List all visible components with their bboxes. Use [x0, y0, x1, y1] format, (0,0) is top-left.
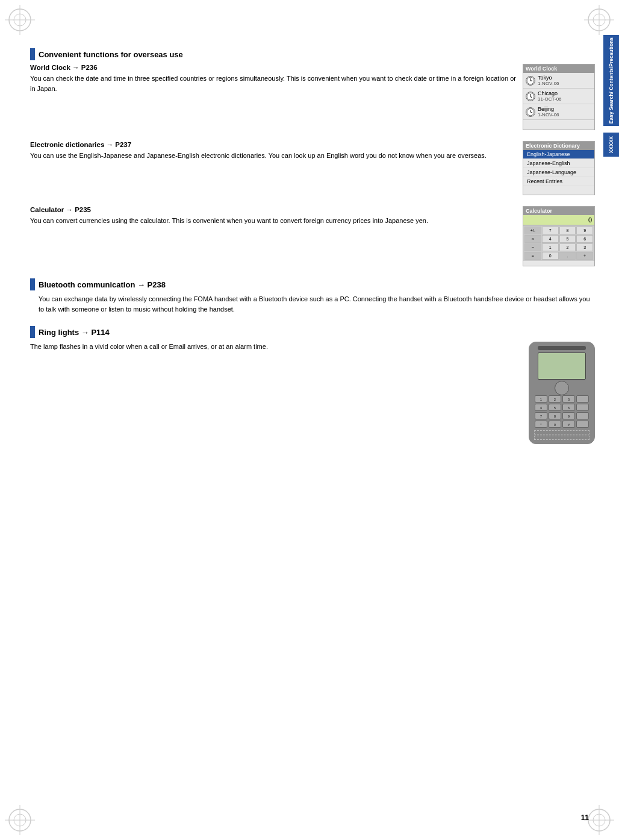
calc-btn-3: 3	[576, 243, 593, 251]
phone-key-7: 7	[535, 412, 547, 419]
calc-btn-2: 2	[559, 243, 576, 251]
phone-key-b	[576, 404, 589, 411]
ring-lights-text: The lamp flashes in a vivid color when a…	[30, 342, 529, 352]
chicago-date: 31-OCT-06	[538, 96, 562, 102]
clock-icon-beijing	[526, 107, 535, 117]
electronic-dict-desc: You can use the English-Japanese and Jap…	[30, 151, 517, 161]
dict-row-english-japanese: English-Japanese	[523, 150, 594, 159]
phone-key-4: 4	[535, 404, 547, 411]
dict-row-recent: Recent Entries	[523, 177, 594, 186]
electronic-dict-image: Electronic Dictionary English-Japanese J…	[523, 141, 595, 195]
arrow-icon-calc: →	[66, 206, 73, 213]
world-clock-image: World Clock Tokyo 1-NOV-06 Chicago	[523, 64, 595, 130]
phone-key-a	[576, 395, 589, 403]
phone-key-8: 8	[549, 412, 561, 419]
calc-btn-6: 6	[576, 235, 593, 243]
phone-top-bar	[538, 346, 586, 350]
clock-icon-tokyo	[526, 76, 535, 86]
calc-btn-plus-minus: +/-	[524, 227, 541, 234]
calc-btn-multiply: ×	[524, 235, 541, 243]
page-number: 11	[581, 813, 589, 822]
overseas-section-header: Convenient functions for overseas use	[30, 48, 595, 60]
phone-bottom-dotted	[534, 430, 589, 434]
dict-row-japanese-language: Japanese-Language	[523, 168, 594, 177]
phone-key-hash: #	[562, 421, 575, 428]
ring-lights-section: Ring lights → P114 The lamp flashes in a…	[30, 326, 595, 444]
corner-decoration-tr	[584, 5, 614, 35]
electronic-dict-title: Electronic dictionaries → P237	[30, 141, 517, 148]
arrow-icon-rl: →	[81, 328, 89, 337]
calc-btn-dot: .	[559, 252, 576, 260]
clock-icon-chicago	[526, 92, 535, 101]
bluetooth-section: Bluetooth communication → P238 You can e…	[30, 278, 595, 314]
phone-key-9: 9	[562, 412, 575, 419]
phone-key-0: 0	[549, 421, 561, 428]
world-clock-row-chicago: Chicago 31-OCT-06	[523, 89, 594, 104]
phone-key-1: 1	[535, 395, 547, 403]
right-sidebar-label2: XXXXX	[603, 133, 619, 157]
calc-btn-8: 8	[559, 227, 576, 234]
dict-image-title: Electronic Dictionary	[523, 142, 594, 150]
bluetooth-section-header: Bluetooth communication → P238	[30, 278, 595, 290]
ring-lights-desc: The lamp flashes in a vivid color when a…	[30, 342, 523, 352]
world-clock-text: World Clock → P236 You can check the dat…	[30, 64, 523, 93]
phone-nav	[535, 382, 589, 394]
bluetooth-desc-block: You can exchange data by wirelessly conn…	[30, 294, 595, 314]
right-sidebar-label1: Easy Search/ Contents/Precautions	[603, 35, 619, 126]
ring-lights-title: Ring lights → P114	[39, 328, 110, 337]
electronic-dict-block: Electronic dictionaries → P237 You can u…	[30, 141, 595, 195]
calc-btn-5: 5	[559, 235, 576, 243]
calculator-title: Calculator → P235	[30, 206, 517, 213]
blue-bar-overseas	[30, 48, 35, 60]
world-clock-row-beijing: Beijing 1-NOV-06	[523, 104, 594, 120]
tokyo-city: Tokyo	[538, 75, 559, 81]
phone-key-6: 6	[562, 404, 575, 411]
dict-row-japanese-english: Japanese-English	[523, 159, 594, 168]
corner-decoration-bl	[5, 805, 35, 835]
chicago-city: Chicago	[538, 90, 562, 96]
calc-btn-equals: =	[524, 252, 541, 260]
main-content: Convenient functions for overseas use Wo…	[30, 48, 595, 804]
phone-key-5: 5	[549, 404, 561, 411]
calculator-image: Calculator 0 +/- 7 8 9 × 4 5 6 − 1 2 3 =…	[523, 206, 595, 266]
arrow-icon: →	[72, 64, 79, 71]
overseas-section: Convenient functions for overseas use Wo…	[30, 48, 595, 266]
world-clock-desc: You can check the date and time in three…	[30, 74, 517, 93]
arrow-icon-dict: →	[107, 141, 114, 148]
phone-image: 1 2 3 4 5 6 7 8 9 * 0 #	[529, 342, 595, 444]
bluetooth-desc: You can exchange data by wirelessly conn…	[39, 294, 595, 314]
calc-btn-plus: +	[576, 252, 593, 260]
phone-key-3: 3	[562, 395, 575, 403]
calc-buttons: +/- 7 8 9 × 4 5 6 − 1 2 3 = 0 . +	[523, 225, 594, 261]
world-clock-row-tokyo: Tokyo 1-NOV-06	[523, 73, 594, 89]
calc-display: 0	[523, 215, 594, 225]
calculator-text: Calculator → P235 You can convert curren…	[30, 206, 523, 226]
calc-btn-4: 4	[542, 235, 559, 243]
calculator-block: Calculator → P235 You can convert curren…	[30, 206, 595, 266]
phone-keypad: 1 2 3 4 5 6 7 8 9 * 0 #	[535, 395, 589, 428]
phone-key-d	[576, 421, 589, 428]
calc-btn-0: 0	[542, 252, 559, 260]
electronic-dict-text: Electronic dictionaries → P237 You can u…	[30, 141, 523, 161]
calc-btn-7: 7	[542, 227, 559, 234]
blue-bar-bluetooth	[30, 278, 35, 290]
phone-nav-circle	[555, 381, 569, 395]
beijing-date: 1-NOV-06	[538, 112, 559, 118]
phone-key-c	[576, 412, 589, 419]
ring-lights-section-header: Ring lights → P114	[30, 326, 595, 338]
calc-btn-1: 1	[542, 243, 559, 251]
calc-btn-9: 9	[576, 227, 593, 234]
phone-bottom-dotted2	[534, 436, 589, 440]
world-clock-block: World Clock → P236 You can check the dat…	[30, 64, 595, 130]
bluetooth-title: Bluetooth communication → P238	[39, 280, 166, 289]
phone-screen	[538, 353, 586, 380]
arrow-icon-bt: →	[137, 280, 145, 289]
calculator-desc: You can convert currencies using the cal…	[30, 216, 517, 226]
corner-decoration-tl	[5, 5, 35, 35]
tokyo-date: 1-NOV-06	[538, 81, 559, 86]
calc-btn-minus: −	[524, 243, 541, 251]
phone-key-2: 2	[549, 395, 561, 403]
ring-lights-block: The lamp flashes in a vivid color when a…	[30, 342, 595, 444]
world-clock-image-title: World Clock	[523, 64, 594, 73]
phone-key-star: *	[535, 421, 547, 428]
